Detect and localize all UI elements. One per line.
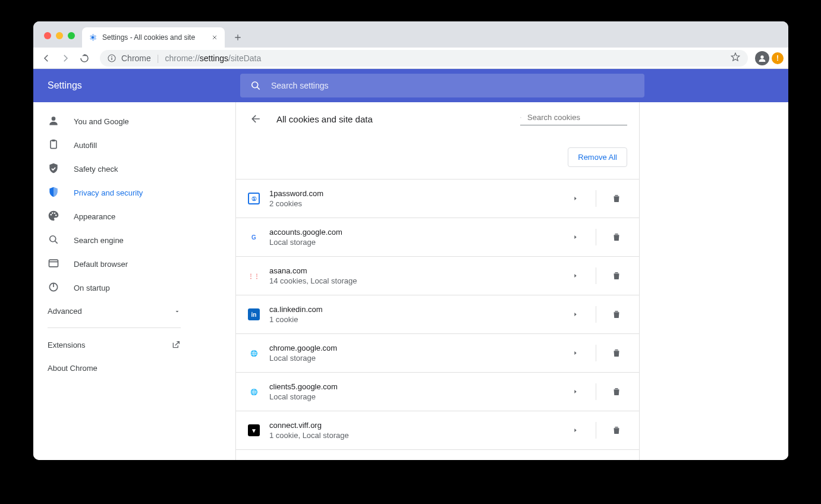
close-window-button[interactable] — [44, 32, 51, 39]
forward-button[interactable] — [57, 50, 74, 67]
tab-title: Settings - All cookies and site — [102, 33, 206, 42]
back-arrow-button[interactable] — [248, 111, 265, 127]
expand-arrow-icon[interactable] — [565, 226, 586, 248]
maximize-window-button[interactable] — [68, 32, 75, 39]
sidebar-item-appearance[interactable]: Appearance — [33, 204, 195, 228]
delete-site-button[interactable] — [606, 381, 627, 402]
update-alert-icon[interactable]: ! — [772, 52, 784, 64]
sidebar-item-on-startup[interactable]: On startup — [33, 276, 195, 300]
settings-sidebar: You and GoogleAutofillSafety checkPrivac… — [33, 102, 195, 460]
site-info-icon[interactable] — [107, 53, 117, 63]
site-row[interactable]: in ca.linkedin.com 1 cookie — [236, 295, 639, 333]
site-favicon: G — [248, 231, 260, 243]
browser-icon — [48, 257, 59, 271]
url-label: Chrome — [121, 53, 151, 63]
delete-site-button[interactable] — [606, 304, 627, 325]
sidebar-item-search-engine[interactable]: Search engine — [33, 228, 195, 252]
expand-arrow-icon[interactable] — [565, 420, 586, 441]
browser-tab[interactable]: Settings - All cookies and site — [82, 27, 225, 48]
delete-site-button[interactable] — [606, 342, 627, 364]
sidebar-item-label: Privacy and security — [74, 188, 143, 197]
site-favicon: 🌐 — [248, 386, 260, 398]
page-title: All cookies and site data — [276, 114, 508, 124]
site-domain: accounts.google.com — [269, 228, 555, 237]
site-row[interactable]: ① 1password.com 2 cookies — [236, 179, 639, 218]
site-domain: asana.com — [269, 266, 555, 275]
site-list: ① 1password.com 2 cookies G accounts.goo… — [236, 179, 639, 460]
site-domain: connect.viff.org — [269, 421, 555, 430]
reload-button[interactable] — [76, 50, 93, 67]
url-text: chrome://settings/siteData — [165, 53, 261, 63]
search-icon — [520, 113, 521, 122]
site-row[interactable]: ⋮⋮ asana.com 14 cookies, Local storage — [236, 256, 639, 295]
person-icon — [48, 115, 59, 128]
open-external-icon — [171, 340, 181, 349]
expand-arrow-icon[interactable] — [565, 381, 586, 402]
palette-icon — [48, 210, 59, 223]
search-icon — [250, 80, 262, 92]
sidebar-item-default-browser[interactable]: Default browser — [33, 252, 195, 276]
sidebar-item-label: Default browser — [74, 260, 128, 269]
page-header: All cookies and site data — [236, 102, 639, 136]
sidebar-item-label: On startup — [74, 284, 110, 292]
delete-site-button[interactable] — [606, 420, 627, 441]
sidebar-advanced[interactable]: Advanced — [33, 300, 195, 323]
expand-arrow-icon[interactable] — [565, 458, 586, 460]
site-row[interactable]: 🌐 clients5.google.com Local storage — [236, 372, 639, 411]
new-tab-button[interactable] — [229, 29, 246, 46]
delete-site-button[interactable] — [606, 265, 627, 286]
sidebar-item-privacy-and-security[interactable]: Privacy and security — [33, 181, 195, 204]
minimize-window-button[interactable] — [56, 32, 63, 39]
bookmark-star-icon[interactable] — [730, 52, 741, 64]
svg-point-16 — [520, 117, 521, 118]
site-favicon: in — [248, 308, 260, 320]
site-row[interactable]: ▼ connect.viff.org 1 cookie, Local stora… — [236, 411, 639, 449]
expand-arrow-icon[interactable] — [565, 342, 586, 364]
search-settings-input[interactable] — [271, 81, 635, 90]
remove-all-button[interactable]: Remove All — [568, 147, 627, 167]
site-row[interactable]: doubleclick.net — [236, 449, 639, 460]
site-favicon: ▼ — [248, 424, 260, 436]
svg-point-5 — [252, 82, 258, 88]
sidebar-item-label: Autofill — [74, 141, 97, 150]
site-row[interactable]: 🌐 chrome.google.com Local storage — [236, 333, 639, 372]
profile-avatar[interactable] — [755, 51, 769, 65]
expand-arrow-icon[interactable] — [565, 265, 586, 286]
delete-site-button[interactable] — [606, 458, 627, 460]
svg-point-11 — [54, 212, 56, 214]
sidebar-about[interactable]: About Chrome — [33, 357, 195, 380]
settings-app: Settings You and GoogleAutofillSafety ch… — [33, 69, 788, 460]
svg-point-2 — [111, 56, 112, 57]
sidebar-item-you-and-google[interactable]: You and Google — [33, 109, 195, 133]
sidebar-item-autofill[interactable]: Autofill — [33, 133, 195, 157]
search-icon — [48, 234, 59, 247]
settings-header: Settings — [33, 69, 788, 102]
site-row[interactable]: G accounts.google.com Local storage — [236, 218, 639, 256]
settings-gear-icon — [88, 33, 97, 42]
svg-rect-14 — [49, 260, 58, 267]
site-favicon: ① — [248, 193, 260, 204]
search-cookies-input[interactable] — [527, 113, 627, 122]
sidebar-extensions[interactable]: Extensions — [33, 333, 195, 357]
expand-arrow-icon[interactable] — [565, 188, 586, 209]
site-meta: 14 cookies, Local storage — [269, 276, 555, 285]
site-favicon: 🌐 — [248, 347, 260, 359]
back-button[interactable] — [38, 50, 55, 67]
search-cookies-field[interactable] — [520, 113, 627, 125]
close-tab-icon[interactable] — [210, 33, 219, 42]
expand-arrow-icon[interactable] — [565, 304, 586, 325]
remove-all-row: Remove All — [236, 136, 639, 179]
svg-point-6 — [52, 116, 56, 121]
delete-site-button[interactable] — [606, 188, 627, 209]
address-bar[interactable]: Chrome | chrome://settings/siteData — [100, 50, 748, 67]
site-meta: 1 cookie — [269, 315, 555, 324]
delete-site-button[interactable] — [606, 226, 627, 248]
sidebar-item-safety-check[interactable]: Safety check — [33, 157, 195, 181]
site-meta: Local storage — [269, 238, 555, 247]
svg-point-4 — [760, 55, 763, 58]
svg-point-9 — [51, 214, 52, 216]
sidebar-item-label: Search engine — [74, 236, 124, 245]
site-domain: chrome.google.com — [269, 344, 555, 352]
search-settings-field[interactable] — [240, 74, 644, 97]
site-meta: 1 cookie, Local storage — [269, 431, 555, 440]
